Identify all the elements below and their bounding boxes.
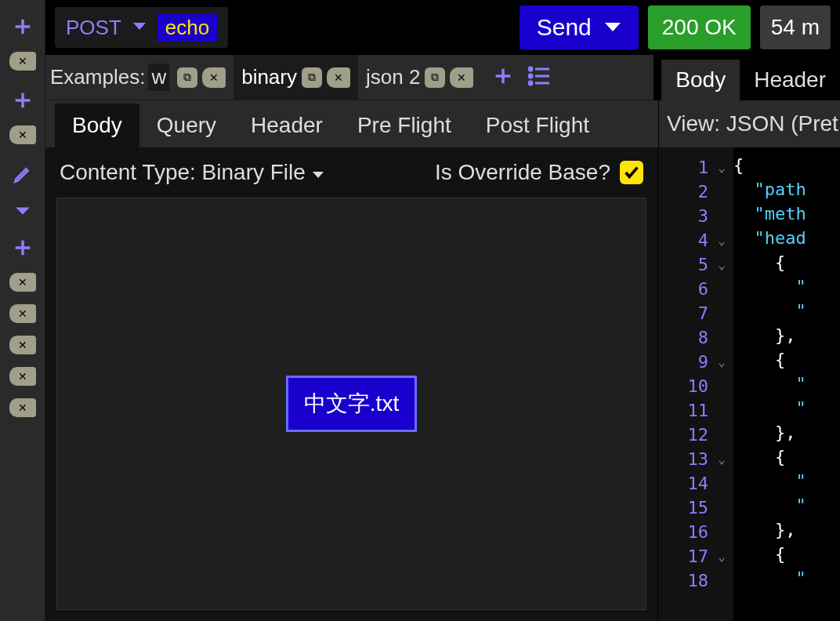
code-line: {: [733, 447, 840, 471]
gutter-line: 9⌄: [658, 350, 733, 374]
fold-icon[interactable]: ⌄: [716, 160, 727, 175]
request-tab-query[interactable]: Query: [139, 104, 234, 147]
rail-expand-icon[interactable]: [10, 204, 35, 218]
gutter-line: 17⌄: [658, 544, 733, 568]
response-tab-header[interactable]: Header: [740, 60, 840, 100]
method-selector[interactable]: POST echo: [55, 7, 228, 48]
content-row: Content Type: Binary File Is Override Ba…: [45, 147, 840, 621]
code-line: ": [733, 374, 840, 398]
add-request-icon[interactable]: [10, 14, 35, 39]
examples-tabstrip: Examples: w ⧉ ✕ binary⧉✕json 2⧉✕: [45, 55, 654, 100]
gutter-line: 18: [658, 568, 733, 593]
request-tab-header[interactable]: Header: [234, 104, 340, 147]
override-label: Is Override Base?: [435, 160, 610, 185]
request-bar: POST echo Send 200 OK 54 m: [45, 0, 840, 55]
gutter-line: 16: [658, 520, 733, 544]
content-type-selector[interactable]: Content Type: Binary File: [60, 160, 324, 185]
close-icon[interactable]: ✕: [450, 67, 473, 88]
gutter-line: 1⌄: [658, 155, 733, 180]
add-item-icon[interactable]: [10, 235, 35, 260]
code-line: },: [733, 423, 840, 447]
view-selector[interactable]: View: JSON (Pret: [658, 100, 840, 147]
gutter-line: 6: [658, 277, 733, 301]
gutter-line: 2: [658, 180, 733, 204]
edit-icon[interactable]: [10, 162, 35, 187]
rail-close-6[interactable]: ✕: [9, 367, 36, 386]
file-drop-area[interactable]: 中文字.txt: [56, 198, 646, 610]
code-content[interactable]: { "path "meth "head { " " }, { " " }, { …: [733, 147, 840, 621]
gutter-line: 14: [658, 471, 733, 496]
code-line: "meth: [733, 204, 840, 228]
gutter-line: 7: [658, 301, 733, 325]
gutter-line: 11: [658, 398, 733, 423]
request-tab-pre-flight[interactable]: Pre Flight: [340, 104, 469, 147]
close-icon[interactable]: ✕: [327, 67, 350, 88]
examples-label: Examples:: [45, 65, 148, 89]
rail-close-1[interactable]: ✕: [9, 52, 36, 71]
url-input[interactable]: echo: [158, 14, 217, 42]
chevron-down-icon: [312, 160, 324, 184]
add-example-tab-icon[interactable]: [492, 65, 514, 90]
gutter-line: 4⌄: [658, 228, 733, 252]
tabs-row: Examples: w ⧉ ✕ binary⧉✕json 2⧉✕ BodyHea…: [45, 55, 840, 100]
fold-icon[interactable]: ⌄: [716, 452, 727, 467]
rail-close-4[interactable]: ✕: [9, 304, 36, 323]
fold-icon[interactable]: ⌄: [716, 233, 727, 248]
code-line: ": [733, 496, 840, 520]
add-example-icon[interactable]: [10, 88, 35, 113]
code-line: },: [733, 325, 840, 350]
gutter-line: 5⌄: [658, 252, 733, 277]
gutter-line: 3: [658, 204, 733, 228]
code-line: ": [733, 301, 840, 325]
fold-icon[interactable]: ⌄: [716, 354, 727, 369]
gutter-line: 10: [658, 374, 733, 398]
example-tab-binary[interactable]: binary⧉✕: [234, 55, 358, 100]
gutter-line: 12: [658, 423, 733, 447]
request-tab-post-flight[interactable]: Post Flight: [469, 104, 606, 147]
example-tab-json-2[interactable]: json 2⧉✕: [358, 55, 481, 100]
code-line: {: [733, 350, 840, 374]
response-tabs: BodyHeader: [654, 55, 840, 100]
rail-close-7[interactable]: ✕: [9, 398, 36, 417]
close-icon[interactable]: ✕: [202, 67, 226, 88]
code-line: "path: [733, 180, 840, 204]
duplicate-icon[interactable]: ⧉: [425, 67, 445, 88]
fold-icon[interactable]: ⌄: [716, 549, 727, 564]
svg-point-2: [529, 82, 532, 85]
send-caret-icon: [604, 22, 621, 33]
content-type-bar: Content Type: Binary File Is Override Ba…: [45, 147, 657, 198]
request-tab-body[interactable]: Body: [55, 104, 139, 147]
method-caret-icon: [132, 20, 147, 34]
request-detail-tabs: BodyQueryHeaderPre FlightPost Flight: [45, 100, 658, 147]
svg-point-1: [529, 74, 532, 78]
code-line: {: [733, 155, 840, 180]
rail-close-3[interactable]: ✕: [9, 273, 36, 292]
example-tab-label: binary: [241, 65, 297, 89]
code-line: ": [733, 471, 840, 496]
code-line: ": [733, 277, 840, 301]
svg-point-0: [529, 67, 532, 71]
response-tab-body[interactable]: Body: [661, 60, 740, 100]
example-frag: w: [148, 64, 169, 91]
code-line: "head: [733, 228, 840, 252]
rail-close-2[interactable]: ✕: [9, 125, 36, 144]
list-examples-icon[interactable]: [528, 66, 552, 89]
rail-close-5[interactable]: ✕: [9, 336, 36, 354]
override-checkbox[interactable]: [620, 161, 643, 184]
gutter-line: 15: [658, 496, 733, 520]
duplicate-icon[interactable]: ⧉: [302, 67, 322, 88]
file-chip[interactable]: 中文字.txt: [286, 376, 417, 432]
code-line: {: [733, 544, 840, 568]
time-badge: 54 m: [760, 5, 831, 49]
code-line: {: [733, 252, 840, 277]
gutter-line: 8: [658, 325, 733, 350]
code-line: },: [733, 520, 840, 544]
example-tab-label: json 2: [366, 65, 420, 89]
left-rail: ✕ ✕ ✕ ✕ ✕ ✕ ✕: [0, 0, 45, 621]
send-label: Send: [537, 14, 592, 41]
status-badge: 200 OK: [648, 5, 751, 49]
send-button[interactable]: Send: [520, 5, 639, 49]
fold-icon[interactable]: ⌄: [716, 257, 727, 272]
duplicate-icon[interactable]: ⧉: [177, 67, 197, 88]
code-line: ": [733, 398, 840, 423]
